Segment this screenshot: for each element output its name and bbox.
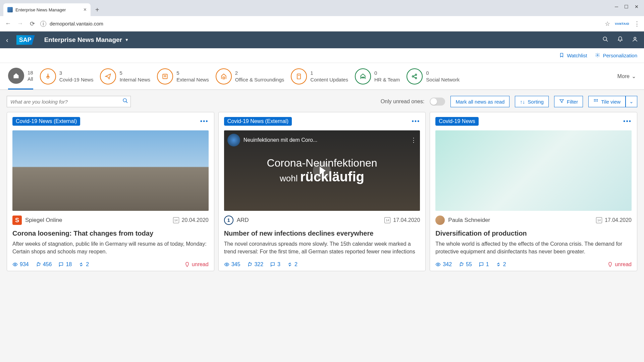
category-all[interactable]: 18All <box>8 68 33 89</box>
card-source[interactable]: Paula Schneider <box>435 216 490 225</box>
search-icon[interactable] <box>602 36 608 44</box>
cat-label: External News <box>176 76 209 83</box>
svg-point-3 <box>597 54 598 56</box>
content-toolbar: Only unread ones: Mark all news as read … <box>0 90 644 112</box>
likes-stat[interactable]: 55 <box>459 261 472 267</box>
svg-rect-20 <box>595 99 596 100</box>
svg-point-11 <box>363 77 364 78</box>
card-source[interactable]: 1 ARD <box>224 216 249 225</box>
sap-logo: SAP <box>16 35 35 45</box>
mark-all-read-button[interactable]: Mark all news as read <box>450 96 509 107</box>
svg-rect-23 <box>595 101 596 102</box>
window-maximize-icon[interactable]: ☐ <box>624 4 629 9</box>
newspaper-icon <box>157 68 173 84</box>
new-tab-button[interactable]: + <box>91 3 104 16</box>
search-input[interactable] <box>7 96 131 107</box>
category-social[interactable]: 0Social Network <box>407 68 460 89</box>
category-hr[interactable]: 0HR & Team <box>355 68 400 89</box>
video-menu-icon[interactable]: ⋮ <box>411 136 417 144</box>
svg-rect-7 <box>223 77 224 79</box>
cat-count: 18 <box>28 69 33 76</box>
sorting-button[interactable]: ↑↓Sorting <box>515 96 549 107</box>
category-internal[interactable]: 5Internal News <box>100 68 150 89</box>
search-field[interactable] <box>7 96 131 107</box>
tab-close-icon[interactable]: × <box>84 7 87 13</box>
window-close-icon[interactable]: ✕ <box>635 4 639 9</box>
svg-point-25 <box>14 264 16 265</box>
app-title-dropdown[interactable]: Enterprise News Manager ▼ <box>44 36 129 44</box>
categories-more[interactable]: More ⌄ <box>618 73 636 79</box>
browser-tab[interactable]: Enterprise News Manager × <box>3 3 91 16</box>
card-title[interactable]: Corona loosening: That changes from toda… <box>12 230 209 237</box>
calendar-icon: 14 <box>384 217 390 223</box>
views-stat[interactable]: 342 <box>435 261 452 267</box>
personalization-link[interactable]: Personalization <box>595 53 637 59</box>
nav-reload-icon[interactable]: ⟳ <box>28 20 36 27</box>
card-source[interactable]: S Spiegel Online <box>12 216 62 225</box>
likes-stat[interactable]: 456 <box>36 261 52 267</box>
comments-stat[interactable]: 3 <box>270 261 280 267</box>
card-menu-icon[interactable]: ••• <box>200 118 209 125</box>
calendar-icon: 14 <box>173 217 179 223</box>
search-icon[interactable] <box>122 98 128 105</box>
card-image[interactable] <box>435 130 632 211</box>
card-category-tag[interactable]: Covid-19 News (External) <box>12 117 80 126</box>
shares-stat[interactable]: 2 <box>287 261 298 267</box>
svg-point-17 <box>123 99 126 102</box>
grid-icon <box>593 99 598 105</box>
category-office[interactable]: 2Office & Surroundings <box>216 68 284 89</box>
views-stat[interactable]: 345 <box>224 261 240 267</box>
comments-stat[interactable]: 18 <box>58 261 72 267</box>
shares-stat[interactable]: 2 <box>78 261 89 267</box>
bookmark-star-icon[interactable]: ☆ <box>605 20 610 27</box>
comments-stat[interactable]: 1 <box>479 261 489 267</box>
browser-tab-strip: Enterprise News Manager × + ─ ☐ ✕ <box>0 0 644 16</box>
browser-menu-icon[interactable]: ⋮ <box>634 20 640 27</box>
window-minimize-icon[interactable]: ─ <box>615 4 618 9</box>
card-title[interactable]: Diversification of production <box>435 230 632 237</box>
unread-toggle[interactable] <box>430 98 445 106</box>
nav-back-icon[interactable]: ← <box>4 20 12 27</box>
card-menu-icon[interactable]: ••• <box>623 118 632 125</box>
app-back-icon[interactable]: ‹ <box>6 36 8 44</box>
card-category-tag[interactable]: Covid-19 News <box>435 117 478 126</box>
card-image[interactable] <box>12 130 209 211</box>
category-content[interactable]: 1Content Updates <box>291 68 348 89</box>
svg-point-0 <box>603 37 607 41</box>
svg-line-15 <box>414 75 416 76</box>
unread-badge[interactable]: unread <box>607 261 632 267</box>
card-title[interactable]: Number of new infections declines everyw… <box>224 230 420 237</box>
filter-button[interactable]: Filter <box>554 96 583 107</box>
svg-rect-22 <box>594 101 595 102</box>
user-icon[interactable] <box>632 36 638 44</box>
video-title: Neuinfektionen mit dem Coro... <box>244 137 408 143</box>
bell-icon[interactable] <box>617 36 623 44</box>
card-category-tag[interactable]: Covid-19 News (External) <box>224 117 292 126</box>
tile-view-button[interactable]: Tile view <box>588 96 626 107</box>
unread-badge[interactable]: unread <box>184 261 209 267</box>
play-button-icon[interactable] <box>313 162 331 180</box>
nav-forward-icon[interactable]: → <box>16 20 24 27</box>
views-stat[interactable]: 934 <box>12 261 29 267</box>
watchlist-link[interactable]: Watchlist <box>559 53 587 59</box>
card-description: The whole world is affected by the effec… <box>435 240 632 255</box>
team-icon <box>355 68 371 84</box>
card-menu-icon[interactable]: ••• <box>412 118 420 125</box>
source-name: Spiegel Online <box>25 217 62 224</box>
card-video[interactable]: Neuinfektionen mit dem Coro... ⋮ Corona-… <box>224 130 420 211</box>
url-text[interactable]: demoportal.vantaio.com <box>50 21 103 26</box>
extension-badge[interactable]: VANTAIO <box>615 22 629 25</box>
cat-label: Social Network <box>426 76 460 83</box>
likes-stat[interactable]: 322 <box>247 261 263 267</box>
card-date: 14 20.04.2020 <box>173 217 209 223</box>
site-info-icon[interactable]: i <box>40 21 46 27</box>
author-avatar <box>435 216 445 225</box>
category-covid[interactable]: 3Covid-19 News <box>40 68 94 89</box>
svg-rect-19 <box>594 99 595 100</box>
view-dropdown[interactable]: ⌄ <box>626 96 637 107</box>
news-card: Covid-19 News (External) ••• S Spiegel O… <box>7 112 214 271</box>
news-cards-container: Covid-19 News (External) ••• S Spiegel O… <box>0 112 644 278</box>
shares-stat[interactable]: 2 <box>496 261 506 267</box>
svg-point-27 <box>437 264 439 265</box>
category-external[interactable]: 5External News <box>157 68 209 89</box>
